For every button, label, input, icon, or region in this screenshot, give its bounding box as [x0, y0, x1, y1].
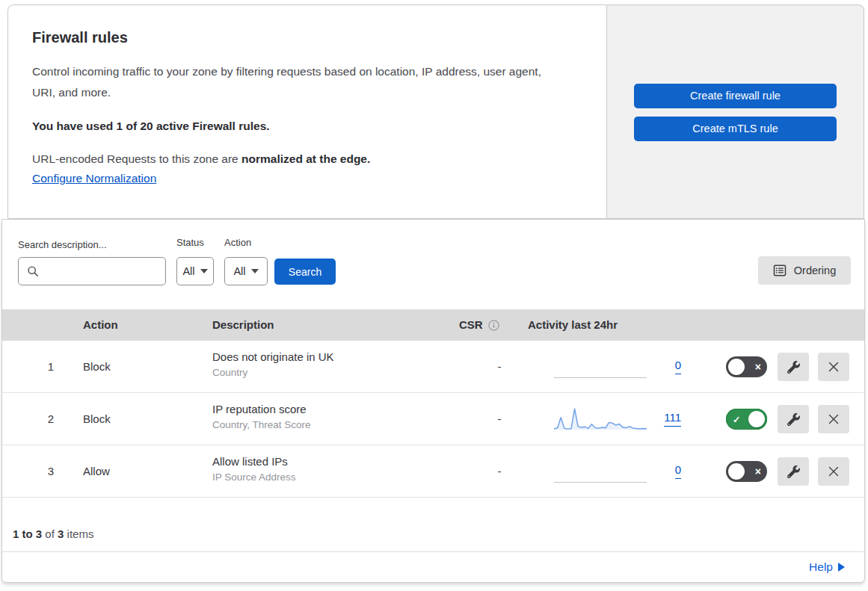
toggle-state-icon: ×: [755, 361, 761, 373]
wrench-icon: [787, 465, 800, 478]
search-button[interactable]: Search: [274, 259, 336, 285]
toggle-knob: [728, 463, 745, 480]
actions-panel: Create firewall rule Create mTLS rule: [607, 4, 864, 219]
items-word: items: [64, 527, 93, 540]
rule-description-text: IP reputation score: [212, 403, 311, 415]
table-row: 3 Allow Allow listed IPs IP Source Addre…: [2, 445, 864, 498]
rule-csr-value: -: [481, 445, 518, 498]
edit-rule-button[interactable]: [778, 405, 809, 433]
chevron-down-icon: [200, 269, 208, 273]
activity-flatline: [554, 482, 647, 483]
page-title: Firewall rules: [32, 29, 576, 46]
search-label: Search description...: [18, 239, 107, 250]
status-filter-value: All: [182, 265, 194, 277]
status-filter-label: Status: [176, 237, 204, 248]
create-firewall-rule-button[interactable]: Create firewall rule: [634, 84, 837, 108]
edit-rule-button[interactable]: [778, 457, 809, 486]
column-header-action: Action: [83, 309, 118, 341]
items-range: 1 to 3: [13, 527, 42, 540]
wrench-icon: [787, 361, 800, 374]
x-icon: [828, 413, 840, 425]
toggle-knob: [748, 411, 765, 427]
enable-toggle[interactable]: ×: [726, 356, 767, 377]
toggle-state-icon: ✓: [733, 414, 740, 425]
search-icon: [27, 265, 39, 277]
rule-action: Block: [83, 341, 111, 393]
activity-count-link[interactable]: 0: [650, 463, 681, 479]
configure-normalization-link[interactable]: Configure Normalization: [32, 172, 156, 185]
search-input-wrap: [18, 257, 166, 285]
activity-count-value: 111: [664, 411, 681, 427]
firewall-rules-page: Firewall rules Control incoming traffic …: [0, 0, 868, 591]
action-filter-label: Action: [224, 237, 251, 248]
column-header-csr: CSR: [459, 309, 499, 341]
toggle-knob: [728, 359, 745, 375]
items-of: of: [42, 527, 58, 540]
toggle-state-icon: ×: [755, 465, 761, 477]
normalization-note-bold: normalized at the edge.: [241, 152, 370, 165]
x-icon: [828, 465, 840, 477]
delete-rule-button[interactable]: [818, 457, 849, 486]
table-row: 1 Block Does not originate in UK Country…: [2, 341, 864, 393]
normalization-note-prefix: URL-encoded Requests to this zone are: [32, 152, 241, 165]
activity-flatline: [554, 377, 647, 378]
create-mtls-rule-button[interactable]: Create mTLS rule: [634, 117, 837, 141]
wrench-icon: [787, 413, 800, 426]
rule-priority: 1: [40, 341, 62, 393]
help-link-label: Help: [809, 560, 833, 574]
table-row: 2 Block IP reputation score Country, Thr…: [2, 393, 864, 445]
rule-description: Allow listed IPs IP Source Address: [212, 455, 296, 483]
ordering-button[interactable]: Ordering: [758, 256, 851, 285]
usage-summary: You have used 1 of 20 active Firewall ru…: [32, 120, 576, 133]
rule-csr-value: -: [481, 393, 518, 445]
help-link[interactable]: Help: [809, 560, 845, 574]
normalization-note: URL-encoded Requests to this zone are no…: [32, 152, 576, 166]
table-header: Action Description CSR Activity last 24h…: [2, 309, 864, 341]
x-icon: [828, 361, 840, 373]
ordering-list-icon: [773, 264, 787, 277]
rule-criteria: Country: [212, 367, 334, 378]
ordering-button-label: Ordering: [794, 264, 836, 276]
action-filter-dropdown[interactable]: All: [224, 257, 268, 285]
items-count: 1 to 3 of 3 items: [13, 527, 93, 540]
activity-count-link[interactable]: 111: [650, 411, 681, 427]
search-input[interactable]: [18, 257, 166, 285]
column-header-description: Description: [212, 309, 274, 341]
info-icon[interactable]: [488, 320, 499, 331]
activity-sparkline: [554, 406, 647, 431]
rule-priority: 2: [40, 393, 62, 445]
rule-action: Allow: [83, 445, 110, 498]
column-header-activity: Activity last 24hr: [528, 309, 618, 341]
rules-list-panel: Search description... Status All Action …: [1, 219, 865, 583]
footer-divider: [2, 551, 864, 552]
enable-toggle[interactable]: ✓: [726, 409, 767, 430]
rule-csr-value: -: [481, 341, 518, 393]
arrow-right-icon: [838, 563, 845, 572]
intro-description: Control incoming traffic to your zone by…: [32, 61, 559, 103]
activity-count-value: 0: [675, 359, 681, 374]
delete-rule-button[interactable]: [818, 405, 849, 433]
rule-criteria: IP Source Address: [212, 471, 296, 483]
enable-toggle[interactable]: ×: [726, 461, 767, 482]
status-filter-dropdown[interactable]: All: [176, 257, 214, 285]
activity-count-link[interactable]: 0: [650, 359, 681, 374]
edit-rule-button[interactable]: [778, 353, 809, 381]
rule-priority: 3: [40, 445, 62, 498]
delete-rule-button[interactable]: [818, 353, 849, 381]
column-header-csr-label: CSR: [459, 309, 483, 341]
intro-card: Firewall rules Control incoming traffic …: [7, 4, 607, 219]
rule-action: Block: [83, 393, 111, 445]
rule-criteria: Country, Threat Score: [212, 419, 311, 430]
rule-description-text: Allow listed IPs: [212, 455, 296, 468]
rule-description: IP reputation score Country, Threat Scor…: [212, 403, 311, 430]
rule-description: Does not originate in UK Country: [212, 350, 334, 378]
activity-count-value: 0: [675, 463, 681, 479]
action-filter-value: All: [233, 265, 245, 277]
chevron-down-icon: [251, 269, 259, 273]
rule-description-text: Does not originate in UK: [212, 350, 334, 363]
